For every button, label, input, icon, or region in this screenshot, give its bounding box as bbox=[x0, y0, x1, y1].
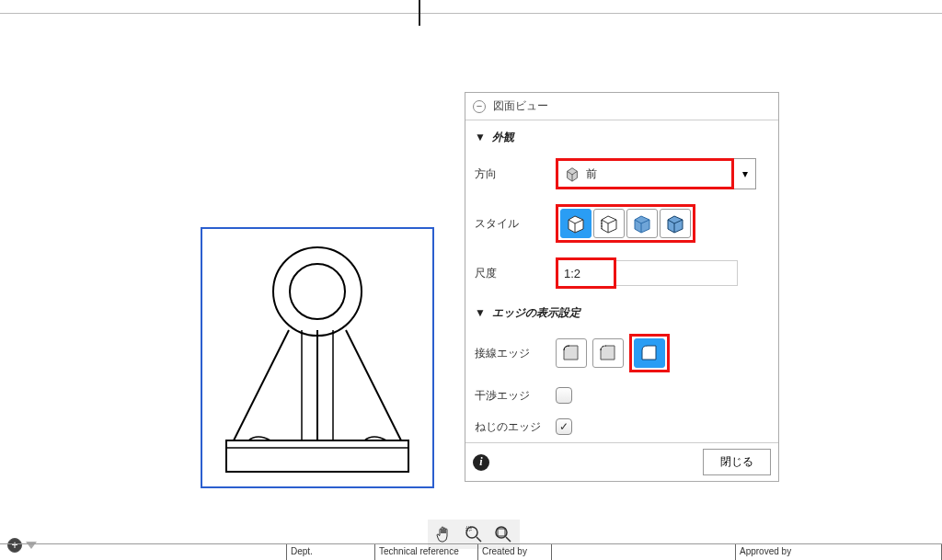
label-direction: 方向 bbox=[475, 166, 556, 182]
panel-header[interactable]: − 図面ビュー bbox=[465, 93, 778, 120]
titleblock-dept: Dept. bbox=[287, 544, 375, 560]
chevron-down-icon: ▾ bbox=[742, 167, 748, 180]
label-style: スタイル bbox=[475, 216, 556, 232]
drawing-view-front[interactable] bbox=[201, 227, 434, 488]
part-outline bbox=[217, 238, 419, 477]
svg-rect-25 bbox=[498, 529, 505, 536]
svg-point-8 bbox=[290, 264, 345, 319]
panel-footer: i 閉じる bbox=[465, 442, 778, 481]
tangent-edge-phantom[interactable] bbox=[592, 338, 624, 368]
row-tangent-edge: 接線エッジ bbox=[465, 326, 778, 380]
style-shaded[interactable] bbox=[626, 209, 658, 238]
sheet-edge-line bbox=[0, 13, 942, 14]
collapse-icon[interactable]: − bbox=[473, 100, 486, 113]
svg-marker-11 bbox=[569, 216, 583, 233]
svg-line-2 bbox=[234, 330, 289, 440]
style-shaded-edges[interactable] bbox=[660, 209, 691, 238]
titleblock-techref: Technical reference bbox=[375, 544, 478, 560]
hand-icon bbox=[434, 524, 454, 544]
svg-marker-18 bbox=[668, 216, 683, 233]
label-interference-edge: 干渉エッジ bbox=[475, 388, 556, 404]
row-direction: 方向 前 ▾ bbox=[465, 151, 778, 197]
thread-edge-checkbox[interactable]: ✓ bbox=[556, 418, 572, 435]
zoom-window-icon bbox=[464, 524, 484, 544]
tangent-edge-full[interactable] bbox=[556, 338, 587, 368]
svg-marker-16 bbox=[635, 216, 649, 233]
center-tick-mark bbox=[419, 0, 420, 26]
section-appearance[interactable]: ▼ 外観 bbox=[465, 120, 778, 151]
row-interference-edge: 干渉エッジ bbox=[465, 380, 778, 411]
row-style: スタイル bbox=[465, 197, 778, 250]
style-wireframe-visible[interactable] bbox=[560, 209, 592, 238]
style-wireframe-hidden[interactable] bbox=[593, 209, 625, 238]
scale-field-extension[interactable] bbox=[616, 260, 738, 286]
panel-title: 図面ビュー bbox=[493, 98, 548, 114]
drawing-canvas[interactable]: − 図面ビュー ▼ 外観 方向 前 ▾ スタイル bbox=[0, 0, 942, 560]
scale-input[interactable] bbox=[558, 260, 614, 286]
titleblock-approved: Approved by bbox=[736, 544, 942, 560]
section-edge-display[interactable]: ▼ エッジの表示設定 bbox=[465, 296, 778, 326]
interference-edge-checkbox[interactable] bbox=[556, 387, 572, 404]
label-scale: 尺度 bbox=[475, 266, 556, 281]
svg-marker-13 bbox=[602, 216, 616, 233]
drawing-view-properties-panel: − 図面ビュー ▼ 外観 方向 前 ▾ スタイル bbox=[465, 92, 779, 482]
svg-line-21 bbox=[477, 537, 481, 542]
row-thread-edge: ねじのエッジ ✓ bbox=[465, 411, 778, 442]
titleblock-created: Created by bbox=[478, 544, 552, 560]
svg-rect-0 bbox=[226, 440, 408, 472]
row-scale: 尺度 bbox=[465, 250, 778, 296]
svg-line-24 bbox=[506, 537, 511, 542]
cube-icon bbox=[564, 166, 580, 182]
label-tangent-edge: 接線エッジ bbox=[475, 346, 556, 361]
tangent-edge-off[interactable] bbox=[634, 338, 665, 368]
svg-line-3 bbox=[346, 330, 401, 440]
label-thread-edge: ねじのエッジ bbox=[475, 419, 556, 435]
style-button-group bbox=[556, 204, 695, 243]
zoom-fit-icon bbox=[493, 524, 513, 544]
svg-point-7 bbox=[273, 247, 362, 336]
disclosure-triangle-icon: ▼ bbox=[475, 131, 486, 143]
svg-point-20 bbox=[466, 527, 477, 538]
titleblock-strip: Dept. Technical reference Created by App… bbox=[0, 543, 942, 560]
info-icon[interactable]: i bbox=[473, 454, 489, 471]
close-button[interactable]: 閉じる bbox=[703, 449, 771, 475]
direction-dropdown-button[interactable]: ▾ bbox=[734, 158, 756, 189]
direction-selector[interactable]: 前 bbox=[556, 158, 734, 189]
disclosure-triangle-icon: ▼ bbox=[475, 306, 486, 319]
direction-value: 前 bbox=[586, 166, 726, 182]
